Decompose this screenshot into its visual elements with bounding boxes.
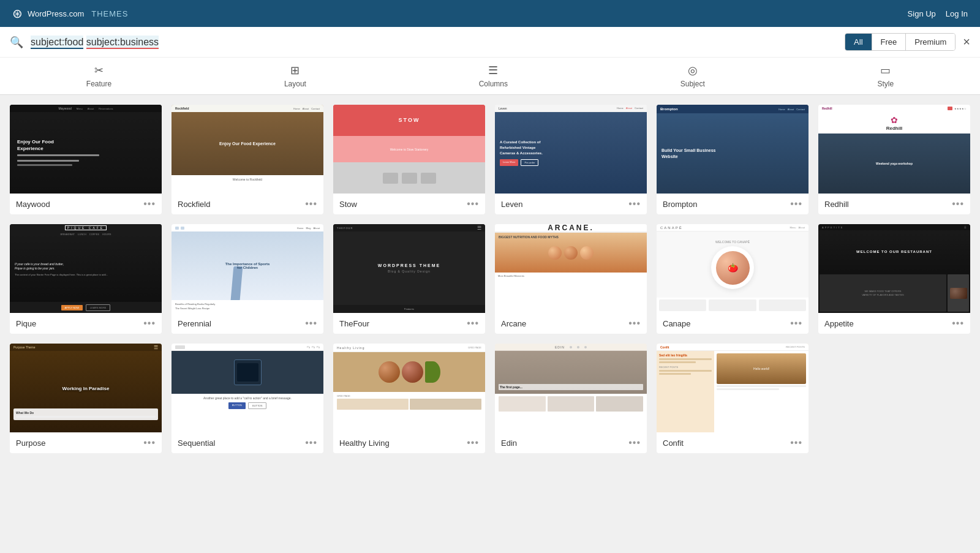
feature-label: Feature [86, 80, 111, 88]
maywood-preview: Maywood Menu About Reservations Enjoy Ou… [10, 105, 162, 194]
columns-label: Columns [479, 80, 508, 88]
pique-menu[interactable]: ••• [143, 318, 156, 329]
redhill-footer: Redhill ••• [818, 194, 970, 214]
arcane-name: Arcane [501, 319, 526, 328]
arcane-menu[interactable]: ••• [628, 318, 641, 329]
confit-menu[interactable]: ••• [790, 437, 802, 448]
theme-card-brompton[interactable]: Brompton Home About Contact Build Your S… [657, 105, 809, 214]
header-left: ⊛ WordPress.com THEMES [12, 6, 128, 21]
close-search-button[interactable]: × [963, 35, 970, 49]
stow-preview: STOW Welcome to Stow Stationery [333, 105, 485, 194]
theme-grid-container: Maywood Menu About Reservations Enjoy Ou… [0, 95, 980, 553]
layout-icon: ⊞ [290, 64, 300, 77]
healthyliving-name: Healthy Living [339, 438, 390, 448]
theme-card-appetite[interactable]: APPETITE ☰ WELCOME TO OUR RESTAURANT WE … [818, 224, 970, 334]
style-label: Style [877, 80, 894, 88]
arcane-preview: ARCANE. BIGGEST NUTRITION AND FOOD MYTHS [495, 224, 647, 313]
theme-card-perennial[interactable]: Home Blog About The Importance of Sports… [172, 224, 323, 334]
theme-card-arcane[interactable]: ARCANE. BIGGEST NUTRITION AND FOOD MYTHS [495, 224, 647, 334]
edin-menu[interactable]: ••• [628, 437, 641, 448]
theme-card-thefour[interactable]: THEFOUR ☰ WORDPRESS THEME Blog & Quality… [333, 224, 485, 334]
brompton-preview: Brompton Home About Contact Build Your S… [657, 105, 809, 194]
filter-free[interactable]: Free [872, 34, 907, 50]
theme-card-stow[interactable]: STOW Welcome to Stow Stationery [333, 105, 485, 214]
pique-footer: Pique ••• [10, 313, 162, 334]
sequential-name: Sequential [178, 438, 215, 448]
sequential-preview: Pg Pg Pg Another great place to add a "c… [172, 344, 323, 432]
maywood-footer: Maywood ••• [10, 194, 162, 214]
filter-all[interactable]: All [845, 34, 872, 50]
columns-icon: ☰ [488, 64, 498, 77]
header: ⊛ WordPress.com THEMES Sign Up Log In [0, 0, 980, 27]
purpose-name: Purpose [16, 438, 45, 448]
theme-card-healthyliving[interactable]: Healthy Living GRID PAGE GRID PAG [333, 344, 485, 453]
canape-footer: Canape ••• [657, 313, 809, 334]
leven-name: Leven [501, 200, 522, 209]
thefour-menu[interactable]: ••• [467, 318, 479, 329]
perennial-preview: Home Blog About The Importance of Sports… [172, 224, 323, 313]
login-link[interactable]: Log In [946, 9, 968, 18]
theme-card-leven[interactable]: Leven Home About Contact A Curated Colle… [495, 105, 647, 214]
canape-name: Canape [663, 319, 691, 328]
rockfield-preview: Rockfield Home About Contact Enjoy Our F… [172, 105, 323, 194]
leven-preview: Leven Home About Contact A Curated Colle… [495, 105, 647, 194]
purpose-preview: Purpose Theme ☰ Working In Paradise What… [10, 344, 162, 432]
theme-card-rockfield[interactable]: Rockfield Home About Contact Enjoy Our F… [172, 105, 323, 214]
theme-card-confit[interactable]: Confit RECENT POSTS Sed elit leo fringil… [657, 344, 809, 453]
appetite-footer: Appetite ••• [818, 313, 970, 334]
redhill-menu[interactable]: ••• [952, 198, 964, 209]
confit-name: Confit [663, 438, 684, 448]
purpose-menu[interactable]: ••• [143, 437, 156, 448]
style-icon: ▭ [880, 64, 891, 77]
redhill-preview: Redhill ★★★★☆ ✿ Redhill Weekend yoga wor… [818, 105, 970, 194]
thefour-preview: THEFOUR ☰ WORDPRESS THEME Blog & Quality… [333, 224, 485, 313]
stow-menu[interactable]: ••• [467, 198, 479, 209]
filter-tab-subject[interactable]: ◎ Subject [668, 61, 717, 91]
appetite-menu[interactable]: ••• [952, 318, 964, 329]
filter-tab-layout[interactable]: ⊞ Layout [272, 61, 318, 91]
appetite-preview: APPETITE ☰ WELCOME TO OUR RESTAURANT WE … [818, 224, 970, 313]
filter-tab-feature[interactable]: ✂ Feature [74, 61, 124, 91]
redhill-name: Redhill [824, 200, 849, 209]
stow-footer: Stow ••• [333, 194, 485, 214]
leven-menu[interactable]: ••• [628, 198, 641, 209]
filter-premium[interactable]: Premium [906, 34, 955, 50]
maywood-menu[interactable]: ••• [143, 198, 156, 209]
sequential-footer: Sequential ••• [172, 432, 323, 453]
stow-name: Stow [339, 200, 357, 209]
search-wrapper: 🔍 subject:food subject:business All Free… [0, 27, 980, 95]
confit-footer: Confit ••• [657, 432, 809, 453]
rockfield-name: Rockfield [178, 200, 210, 209]
theme-card-purpose[interactable]: Purpose Theme ☰ Working In Paradise What… [10, 344, 162, 453]
theme-card-pique[interactable]: PIQUE CAFE BREAKFAST LUNCH COFFEE HOURS … [10, 224, 162, 334]
purpose-footer: Purpose ••• [10, 432, 162, 453]
theme-card-edin[interactable]: EDIN The first page... [495, 344, 647, 453]
brompton-footer: Brompton ••• [657, 194, 809, 214]
signup-link[interactable]: Sign Up [908, 9, 936, 18]
theme-card-redhill[interactable]: Redhill ★★★★☆ ✿ Redhill Weekend yoga wor… [818, 105, 970, 214]
canape-menu[interactable]: ••• [790, 318, 802, 329]
search-row: 🔍 subject:food subject:business All Free… [0, 27, 980, 57]
type-filter: All Free Premium [845, 33, 956, 51]
rockfield-footer: Rockfield ••• [172, 194, 323, 214]
healthyliving-preview: Healthy Living GRID PAGE GRID PAG [333, 344, 485, 432]
sequential-menu[interactable]: ••• [305, 437, 317, 448]
theme-card-sequential[interactable]: Pg Pg Pg Another great place to add a "c… [172, 344, 323, 453]
header-right: Sign Up Log In [908, 9, 968, 18]
themes-label: THEMES [91, 9, 128, 18]
perennial-name: Perennial [178, 319, 211, 328]
theme-card-maywood[interactable]: Maywood Menu About Reservations Enjoy Ou… [10, 105, 162, 214]
brompton-menu[interactable]: ••• [790, 198, 802, 209]
search-icon: 🔍 [10, 36, 23, 49]
subject-label: Subject [680, 80, 705, 88]
filter-tab-columns[interactable]: ☰ Columns [467, 61, 520, 91]
rockfield-menu[interactable]: ••• [305, 198, 317, 209]
perennial-footer: Perennial ••• [172, 313, 323, 334]
search-tag-food: subject:food [31, 36, 83, 49]
theme-card-canape[interactable]: CANAPÉ Menu About WELCOME TO CANAPÉ 🍅 [657, 224, 809, 334]
healthyliving-menu[interactable]: ••• [467, 437, 479, 448]
pique-name: Pique [16, 319, 36, 328]
filter-tab-style[interactable]: ▭ Style [865, 61, 906, 91]
feature-icon: ✂ [94, 64, 104, 77]
perennial-menu[interactable]: ••• [305, 318, 317, 329]
